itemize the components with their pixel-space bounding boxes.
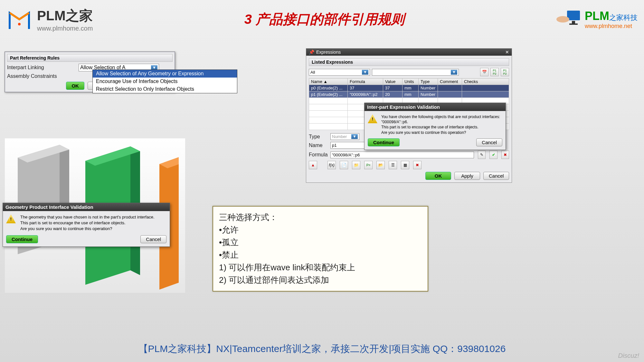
footer-text: 【PLM之家科技】NX|Teamcenter培训之家，承接二次开发|项目实施 Q… (0, 342, 644, 356)
type-combo[interactable]: Number▼ (330, 133, 359, 140)
col-type[interactable]: Type (419, 79, 438, 85)
logo-m-icon (6, 6, 32, 32)
header: PLM之家 www.plmhome.com 3 产品接口的部件引用规则 PLM之… (0, 0, 644, 39)
p1p2-alt-icon[interactable]: P1P2 (501, 68, 509, 76)
ok-button[interactable]: OK (66, 82, 84, 90)
col-units[interactable]: Units (402, 79, 419, 85)
expr-msg3: This part is set to encourage the use of… (381, 125, 500, 130)
p1p2-icon[interactable]: P1P2 (490, 68, 499, 76)
col-name[interactable]: Name ▲ (309, 79, 348, 85)
col-value[interactable]: Value (383, 79, 402, 85)
name-label: Name (309, 143, 327, 148)
option-encourage[interactable]: Encourage Use of Interface Objects (93, 78, 237, 85)
edit-icon[interactable]: ✎ (478, 151, 486, 159)
folder-icon[interactable]: 📁 (352, 161, 360, 169)
tb-line3: •孤立 (219, 236, 422, 249)
list-icon[interactable]: ☰ (389, 161, 397, 169)
svg-point-4 (556, 16, 569, 23)
explanation-textbox: 三种选择方式： •允许 •孤立 •禁止 1) 可以作用在wave link和装配… (213, 206, 428, 292)
chevron-down-icon[interactable]: ▼ (451, 70, 457, 75)
formula-input[interactable] (330, 152, 474, 158)
warning-icon: ! (368, 114, 377, 123)
chevron-down-icon[interactable]: ▼ (362, 70, 368, 75)
svg-rect-3 (569, 23, 578, 25)
expressions-panel: 📌Expressions ✕ Listed Expressions All▼ ▼… (306, 48, 512, 183)
p-icon[interactable]: P= (364, 161, 373, 169)
svg-rect-2 (572, 21, 575, 23)
tb-line2: •允许 (219, 224, 422, 236)
logo-url: www.plmhome.com (37, 25, 93, 32)
expressions-title: Expressions (316, 50, 341, 55)
tb-line4: •禁止 (219, 249, 422, 261)
col-formula[interactable]: Formula (348, 79, 383, 85)
apply-button[interactable]: Apply (454, 172, 480, 180)
table-row[interactable]: p0 (Extrude(2) ...3737mmNumber (309, 85, 509, 91)
continue-button[interactable]: Continue (368, 138, 400, 146)
close-icon[interactable]: ✕ (505, 50, 509, 55)
table-row[interactable]: p1 (Extrude(2) ..."000098/A"::p220mmNumb… (309, 91, 509, 98)
logo-left: PLM之家 www.plmhome.com (6, 6, 93, 32)
up-arrow-icon[interactable]: ▲ (309, 161, 317, 169)
fx-icon[interactable]: f(x) (327, 161, 336, 169)
delete-icon[interactable]: ✖ (413, 161, 421, 169)
col-comment[interactable]: Comment (438, 79, 462, 85)
listed-filter-value: All (310, 70, 315, 75)
cancel-button[interactable]: Cancel (483, 172, 509, 180)
logo-text: PLM之家 (37, 7, 93, 25)
calendar-icon[interactable]: 📅 (480, 68, 488, 76)
page-title: 3 产品接口的部件引用规则 (244, 10, 404, 28)
tb-line1: 三种选择方式： (219, 211, 422, 224)
option-restrict[interactable]: Restrict Selection to Only Interface Obj… (93, 85, 237, 93)
cancel-button[interactable]: Cancel (140, 235, 166, 243)
listed-filter-combo[interactable]: All▼ (309, 69, 370, 76)
geom-msg1: The geometry that you have chosen is not… (20, 214, 155, 220)
continue-button[interactable]: Continue (6, 235, 38, 243)
listed-filter-combo2[interactable]: ▼ (372, 69, 459, 76)
cancel-button[interactable]: Cancel (476, 138, 502, 146)
sheet-icon[interactable]: 📄 (340, 161, 348, 169)
geom-dlg-title: Geometry Product Interface Validation (3, 203, 170, 211)
chevron-down-icon[interactable]: ▼ (351, 134, 358, 139)
geom-dlg-title-text: Geometry Product Interface Validation (5, 204, 93, 210)
expr-msg2: "000098/A"::p6. (381, 119, 500, 125)
pin-icon[interactable]: 📌 (309, 50, 314, 55)
open-icon[interactable]: 📂 (376, 161, 385, 169)
interpart-validation-dialog: Inter-part Expression Validation ! You h… (364, 103, 506, 150)
listed-expressions-label: Listed Expressions (309, 58, 509, 66)
expr-msg4: Are you sure you want to continue this o… (381, 130, 500, 135)
part-rules-title: Part Referencing Rules (7, 54, 173, 62)
type-label: Type (309, 134, 327, 140)
accept-icon[interactable]: ✔ (489, 151, 497, 159)
interpart-linking-label: Interpart Linking (7, 65, 75, 70)
expr-msg1: You have chosen the following objects th… (381, 114, 500, 119)
interpart-linking-options: Allow Selection of Any Geometry or Expre… (92, 70, 237, 93)
option-allow[interactable]: Allow Selection of Any Geometry or Expre… (93, 70, 237, 78)
table-icon[interactable]: ▦ (401, 161, 409, 169)
discuz-watermark: Discuz! (618, 352, 639, 359)
col-checks[interactable]: Checks (462, 79, 509, 85)
logo-right: PLM之家科技 www.plmhome.net (556, 8, 638, 31)
hands-monitor-icon (556, 8, 582, 31)
geom-msg2: This part is set to encourage the use of… (20, 220, 155, 226)
part-referencing-rules-dialog: Part Referencing Rules Interpart Linking… (5, 51, 175, 92)
logo-right-sub: 之家科技 (609, 14, 638, 22)
interpart-dlg-title: Inter-part Expression Validation (365, 103, 506, 111)
tb-line5: 1) 可以作用在wave link和装配约束上 (219, 261, 422, 274)
svg-point-0 (18, 23, 21, 25)
chevron-down-icon[interactable]: ▼ (151, 65, 157, 70)
reject-icon[interactable]: ✖ (501, 151, 509, 159)
geometry-validation-dialog: Geometry Product Interface Validation ! … (3, 203, 170, 247)
tb-line6: 2) 可以通过部件间表达式添加 (219, 274, 422, 286)
assembly-constraints-label: Assembly Constraints (7, 73, 75, 79)
logo-right-text: PLM (585, 9, 609, 23)
geom-msg3: Are you sure you want to continue this o… (20, 226, 155, 232)
logo-right-url: www.plmhome.net (585, 23, 638, 30)
ok-button[interactable]: OK (425, 172, 451, 180)
formula-label: Formula (309, 152, 327, 158)
warning-icon: ! (6, 214, 16, 223)
